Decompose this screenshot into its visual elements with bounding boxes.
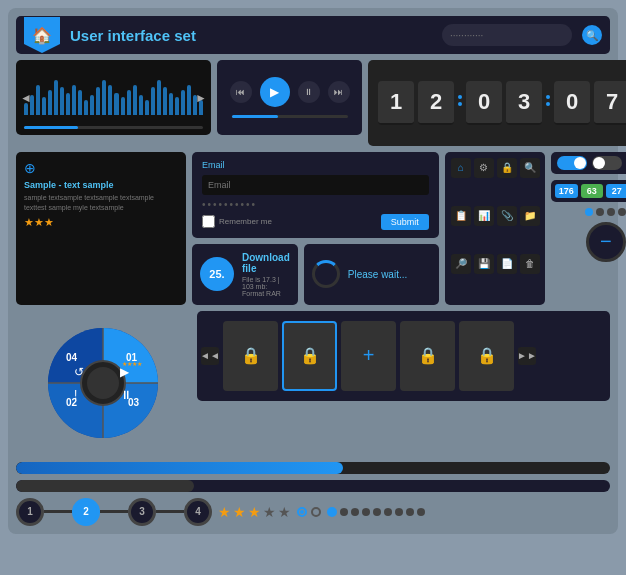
viz-bar <box>163 87 167 115</box>
viz-progress-fill <box>24 126 78 129</box>
seg-stars-1: ★★★★ <box>122 361 142 367</box>
seg-icon-4: ↺ <box>74 365 84 379</box>
lock-icon-4: 🔒 <box>477 346 497 365</box>
clock-h1: 1 <box>378 81 414 125</box>
nav-dot-5[interactable] <box>373 508 381 516</box>
star-3[interactable]: ★ <box>248 504 261 520</box>
viz-bar <box>78 90 82 115</box>
timeline-line-2 <box>100 510 128 513</box>
info-card-title: Sample - text sample <box>24 180 178 190</box>
slider-next-button[interactable]: ►► <box>518 347 536 365</box>
pause-button[interactable]: ⏸ <box>298 81 320 103</box>
icon-gear[interactable]: ⚙ <box>474 158 494 178</box>
icon-doc[interactable]: 📋 <box>451 206 471 226</box>
icon-folder[interactable]: 📁 <box>520 206 540 226</box>
radio-opt-1[interactable] <box>297 507 307 517</box>
viz-bars <box>16 60 211 135</box>
download-subtitle: File is 17.3 | 103 mb: Format RAR <box>242 276 290 297</box>
play-button[interactable]: ▶ <box>260 77 290 107</box>
download-title: Download file <box>242 252 290 274</box>
email-input[interactable] <box>202 175 429 195</box>
clock-h2: 2 <box>418 81 454 125</box>
row5 <box>16 462 610 492</box>
dot-4 <box>618 208 626 216</box>
timeline-node-2: 2 <box>72 498 100 526</box>
radio-opt-2[interactable] <box>311 507 321 517</box>
icon-lock[interactable]: 🔒 <box>497 158 517 178</box>
dot-2 <box>596 208 604 216</box>
slider-item-3[interactable]: + <box>341 321 396 391</box>
row2: ◄ ► ⏮ ▶ ⏸ ⏭ 1 2 0 3 <box>16 60 610 146</box>
nav-dot-8[interactable] <box>406 508 414 516</box>
icon-search[interactable]: 🔍 <box>520 158 540 178</box>
viz-bar <box>114 93 118 115</box>
clock-m1: 0 <box>466 81 502 125</box>
viz-bar <box>145 100 149 115</box>
icon-magnify[interactable]: 🔎 <box>451 254 471 274</box>
icon-trash[interactable]: 🗑 <box>520 254 540 274</box>
pie-svg: 01 03 04 02 ▶ ⏸ ↺ ! ★★★★ <box>16 311 191 456</box>
icon-chart[interactable]: 📊 <box>474 206 494 226</box>
viz-bar <box>24 103 28 115</box>
remember-checkbox[interactable] <box>202 215 215 228</box>
viz-bar <box>30 95 34 115</box>
icons-grid: ⌂ ⚙ 🔒 🔍 📋 📊 📎 📁 🔎 💾 📄 🗑 <box>445 152 545 305</box>
info-plus-icon: ⊕ <box>24 160 178 176</box>
dot-3 <box>607 208 615 216</box>
download-wait-row: 25. Download file File is 17.3 | 103 mb:… <box>192 244 439 305</box>
timeline: 1 2 3 4 <box>16 498 212 526</box>
viz-bar <box>127 90 131 115</box>
login-form: Email •••••••••• Remember me Submit <box>192 152 439 238</box>
rewind-button[interactable]: ⏮ <box>230 81 252 103</box>
search-button[interactable]: 🔍 <box>582 25 602 45</box>
row4: 01 03 04 02 ▶ ⏸ ↺ ! ★★★★ ◄◄ 🔒 🔒 + 🔒 🔒 ►► <box>16 311 610 456</box>
remember-me[interactable]: Remember me <box>202 215 272 228</box>
media-progress-fill <box>232 115 278 118</box>
star-4[interactable]: ★ <box>263 504 276 520</box>
pie-center-inner <box>87 367 119 399</box>
nav-dot-3[interactable] <box>351 508 359 516</box>
icon-save[interactable]: 💾 <box>474 254 494 274</box>
viz-next[interactable]: ► <box>195 91 207 105</box>
viz-bar <box>66 93 70 115</box>
download-info: Download file File is 17.3 | 103 mb: For… <box>242 252 290 297</box>
slider-item-1: 🔒 <box>223 321 278 391</box>
nav-dot-1[interactable] <box>327 507 337 517</box>
toggle-2[interactable] <box>592 156 622 170</box>
star-2[interactable]: ★ <box>233 504 246 520</box>
nav-dot-7[interactable] <box>395 508 403 516</box>
slider-item-4: 🔒 <box>400 321 455 391</box>
row6: 1 2 3 4 ★ ★ ★ ★ ★ <box>16 498 610 526</box>
icon-home[interactable]: ⌂ <box>451 158 471 178</box>
star-1[interactable]: ★ <box>218 504 231 520</box>
slider-prev-button[interactable]: ◄◄ <box>201 347 219 365</box>
nav-dot-6[interactable] <box>384 508 392 516</box>
timeline-line-1 <box>44 510 72 513</box>
counter-val-2: 63 <box>581 184 603 198</box>
viz-bar <box>151 87 155 115</box>
star-5[interactable]: ★ <box>278 504 291 520</box>
nav-dot-2[interactable] <box>340 508 348 516</box>
home-icon[interactable]: 🏠 <box>24 17 60 53</box>
media-progress-track <box>232 115 348 118</box>
info-card-stars: ★★★ <box>24 216 178 229</box>
submit-button[interactable]: Submit <box>381 214 429 230</box>
lock-icon-2: 🔒 <box>300 346 320 365</box>
download-box: 25. Download file File is 17.3 | 103 mb:… <box>192 244 298 305</box>
icon-clip[interactable]: 📎 <box>497 206 517 226</box>
seg-icon-2: ! <box>74 388 77 402</box>
search-input[interactable] <box>442 24 572 46</box>
icon-file[interactable]: 📄 <box>497 254 517 274</box>
dot-1 <box>585 208 593 216</box>
fast-forward-button[interactable]: ⏭ <box>328 81 350 103</box>
viz-bar <box>90 95 94 115</box>
toggle-1[interactable] <box>557 156 587 170</box>
nav-dot-9[interactable] <box>417 508 425 516</box>
wait-label: Please wait... <box>348 269 407 280</box>
viz-bar <box>60 87 64 115</box>
nav-dot-4[interactable] <box>362 508 370 516</box>
media-player: ⏮ ▶ ⏸ ⏭ <box>217 60 362 135</box>
minus-button[interactable]: − <box>586 222 626 262</box>
stars-rating: ★ ★ ★ ★ ★ <box>218 504 291 520</box>
viz-bar <box>175 97 179 115</box>
